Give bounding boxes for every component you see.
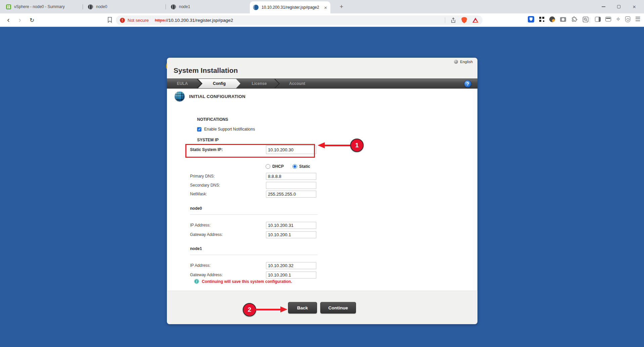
- warning-text: Continuing will save this system configu…: [202, 279, 292, 284]
- annotation-arrow-line: [256, 309, 280, 310]
- not-secure-badge-icon: !: [120, 18, 125, 23]
- radio-dhcp[interactable]: DHCP: [266, 164, 284, 169]
- section-title: INITIAL CONFIGURATION: [189, 94, 245, 99]
- node0-gateway-input[interactable]: [266, 231, 316, 238]
- back-nav-button[interactable]: ‹: [4, 16, 13, 24]
- node0-gateway-row: Gateway Address:: [190, 231, 324, 239]
- wizard-step-account[interactable]: Account: [278, 79, 316, 88]
- netmask-row: NetMask:: [190, 190, 324, 198]
- tab-title: vSphere - node0 - Summary: [14, 4, 65, 9]
- globe-favicon-icon: [171, 4, 176, 9]
- browser-tab-strip: vSphere - node0 - Summary node0 node1 10…: [0, 0, 644, 13]
- continue-button[interactable]: Continue: [320, 302, 356, 313]
- language-globe-icon: [454, 60, 458, 64]
- section-header: INITIAL CONFIGURATION: [175, 91, 245, 101]
- node1-gateway-row: Gateway Address:: [190, 271, 324, 279]
- divider: [590, 17, 590, 23]
- reload-button[interactable]: ↻: [28, 16, 36, 24]
- url-rest: //10.10.200.31/register.jsp#page2: [166, 18, 233, 23]
- wizard-steps-bar: EULA Config License Account ?: [167, 79, 477, 89]
- qr-code-extension-icon[interactable]: [539, 17, 544, 22]
- sidebar-toggle-icon[interactable]: [595, 17, 601, 22]
- netmask-input[interactable]: [266, 191, 316, 198]
- annotation-arrow-line: [324, 145, 351, 146]
- tab-vsphere[interactable]: vSphere - node0 - Summary: [3, 0, 82, 13]
- url-bar[interactable]: ! Not secure https://10.10.200.31/regist…: [116, 15, 482, 25]
- radio-dhcp-icon: [266, 164, 270, 169]
- vsphere-favicon-icon: [6, 4, 11, 9]
- enable-support-checkbox[interactable]: [197, 127, 201, 132]
- enable-support-row: Enable Support Notifications: [197, 127, 255, 132]
- wallet-icon[interactable]: [605, 17, 611, 21]
- forward-nav-button[interactable]: ›: [15, 16, 24, 24]
- secondary-dns-label: Secondary DNS:: [190, 183, 266, 188]
- language-selector[interactable]: English: [454, 60, 473, 64]
- brave-shields-icon[interactable]: [461, 17, 467, 23]
- extensions-cluster: [528, 16, 589, 22]
- secondary-dns-input[interactable]: [266, 182, 316, 189]
- browser-toolbar: ‹ › ↻ ! Not secure https://10.10.200.31/…: [0, 13, 644, 27]
- node0-ip-input[interactable]: [266, 222, 316, 229]
- url-scheme: https:: [155, 18, 166, 23]
- not-secure-label: Not secure: [128, 18, 149, 23]
- screenshot-extension-icon[interactable]: [560, 17, 566, 22]
- close-icon: ×: [633, 4, 636, 10]
- leo-ai-sparkle-icon[interactable]: ✧: [616, 16, 620, 22]
- window-maximize-button[interactable]: [611, 0, 627, 13]
- orange-extension-icon[interactable]: [549, 16, 555, 22]
- radio-static-icon: [292, 164, 297, 169]
- radio-static[interactable]: Static: [292, 164, 310, 169]
- search-box-extension-icon[interactable]: [583, 16, 589, 22]
- bookmark-icon[interactable]: [107, 17, 112, 23]
- info-icon: i: [194, 279, 199, 284]
- ip-mode-radio-group: DHCP Static: [266, 164, 310, 169]
- installation-panel: English System Installation EULA Config …: [167, 58, 477, 324]
- window-close-button[interactable]: ×: [627, 0, 642, 13]
- extensions-puzzle-icon[interactable]: [571, 16, 578, 22]
- annotation-arrow-left-icon: [318, 142, 325, 148]
- window-minimize-button[interactable]: [596, 0, 611, 13]
- url-bar-right-icons: [445, 17, 478, 23]
- vpn-shield-icon[interactable]: [625, 16, 630, 22]
- node1-gateway-label: Gateway Address:: [190, 272, 266, 277]
- annotation-step-1-badge: 1: [350, 139, 364, 152]
- globe-favicon-icon: [88, 4, 93, 9]
- stratus-favicon-icon: [253, 5, 259, 10]
- annotation-arrow-right-icon: [280, 306, 287, 312]
- node1-heading: node1: [190, 246, 202, 251]
- back-button[interactable]: Back: [288, 302, 317, 313]
- tab-node1[interactable]: node1: [168, 0, 247, 13]
- url-text: https://10.10.200.31/register.jsp#page2: [155, 18, 233, 23]
- node0-ip-row: IP Address:: [190, 221, 324, 229]
- tab-register-active[interactable]: 10.10.200.31/register.jsp#page2 ×: [250, 1, 330, 13]
- new-tab-button[interactable]: +: [338, 3, 345, 10]
- tab-close-icon[interactable]: ×: [324, 5, 327, 10]
- tab-divider: [166, 4, 166, 9]
- hamburger-menu-icon[interactable]: ☰: [635, 16, 640, 22]
- wizard-step-config-active[interactable]: Config: [198, 79, 240, 88]
- wizard-buttons-row: Back Continue: [167, 302, 477, 315]
- tab-title: node1: [179, 4, 190, 9]
- config-form-panel: INITIAL CONFIGURATION NOTIFICATIONS Enab…: [167, 89, 477, 291]
- tab-node0[interactable]: node0: [85, 0, 165, 13]
- node0-ip-label: IP Address:: [190, 223, 266, 228]
- language-label: English: [460, 60, 473, 64]
- tab-divider: [83, 4, 83, 9]
- divider: [190, 214, 318, 215]
- share-icon[interactable]: [451, 17, 456, 23]
- divider: [445, 17, 445, 23]
- network-globe-icon: [175, 91, 185, 101]
- brave-rewards-icon[interactable]: [472, 18, 478, 23]
- node1-gateway-input[interactable]: [266, 271, 316, 279]
- primary-dns-label: Primary DNS:: [190, 174, 266, 179]
- help-button[interactable]: ?: [464, 80, 471, 88]
- node1-ip-input[interactable]: [266, 262, 316, 269]
- annotation-step-2-badge: 2: [243, 303, 256, 316]
- radio-static-label: Static: [299, 164, 310, 169]
- password-manager-extension-icon[interactable]: [528, 16, 534, 22]
- radio-dhcp-label: DHCP: [272, 164, 284, 169]
- node1-ip-label: IP Address:: [190, 263, 266, 268]
- maximize-icon: [617, 5, 620, 8]
- primary-dns-input[interactable]: [266, 173, 316, 180]
- minimize-icon: [602, 6, 605, 7]
